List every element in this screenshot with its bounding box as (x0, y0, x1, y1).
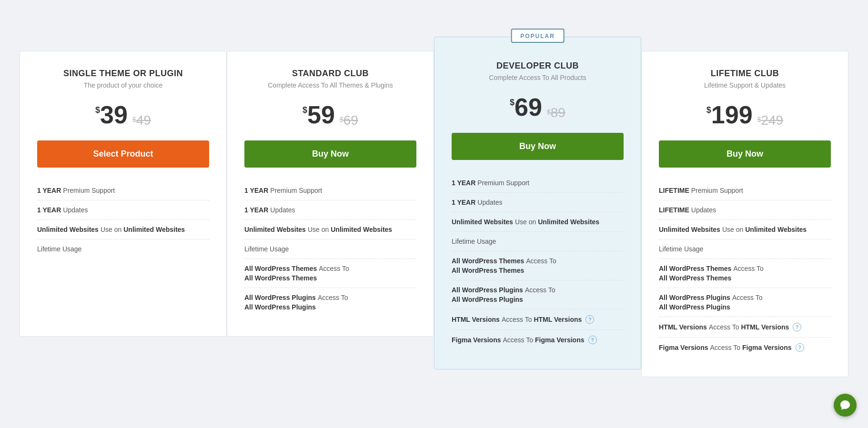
card-subtitle-standard: Complete Access To All Themes & Plugins (244, 81, 416, 89)
feature-bold-text-standard-2: Unlimited Websites (331, 226, 392, 233)
pricing-card-developer: POPULAR DEVELOPER CLUBComplete Access To… (434, 37, 641, 369)
feature-bold-lifetime-7: Figma Versions (659, 344, 708, 351)
feature-bold-text-developer-6: HTML Versions (534, 316, 582, 323)
feature-bold-standard-0: 1 YEAR (244, 187, 268, 194)
price-amount-lifetime: 199 (711, 102, 753, 127)
feature-item-standard-0: 1 YEAR Premium Support (244, 181, 416, 200)
feature-text-developer-0: Premium Support (477, 179, 529, 187)
feature-bold-text-lifetime-4: All WordPress Themes (659, 274, 731, 282)
feature-bold-single-0: 1 YEAR (37, 187, 61, 194)
card-subtitle-lifetime: Lifetime Support & Updates (659, 81, 831, 89)
price-current-standard: $ 59 (303, 102, 335, 127)
feature-text-developer-1: Updates (477, 199, 502, 206)
feature-bold-developer-6: HTML Versions (452, 316, 500, 323)
cta-button-standard[interactable]: Buy Now (244, 140, 416, 168)
feature-text-lifetime-1: Updates (691, 206, 716, 214)
feature-item-lifetime-1: LIFETIME Updates (659, 200, 831, 220)
popular-badge: POPULAR (511, 29, 565, 43)
cta-button-lifetime[interactable]: Buy Now (659, 140, 831, 168)
price-old-dollar-lifetime: $ (757, 116, 761, 124)
feature-item-developer-1: 1 YEAR Updates (452, 193, 624, 212)
card-title-lifetime: LIFETIME CLUB (659, 69, 831, 79)
feature-bold-text-developer-7: Figma Versions (535, 336, 584, 344)
feature-bold-developer-5: All WordPress Plugins (452, 286, 523, 294)
feature-item-developer-5: All WordPress PluginsAccess To All WordP… (452, 280, 624, 309)
feature-bold-standard-1: 1 YEAR (244, 206, 268, 214)
feature-prefix-lifetime-4: Access To (733, 265, 764, 272)
features-list-standard: 1 YEAR Premium Support1 YEAR UpdatesUnli… (244, 181, 416, 317)
feature-item-developer-0: 1 YEAR Premium Support (452, 173, 624, 193)
help-icon-developer-6[interactable]: ? (585, 315, 594, 324)
card-subtitle-developer: Complete Access To All Products (452, 74, 624, 81)
card-subtitle-single: The product of your choice (37, 81, 209, 89)
feature-bold-text-standard-4: All WordPress Themes (244, 274, 317, 282)
feature-bold-developer-4: All WordPress Themes (452, 257, 524, 265)
features-list-developer: 1 YEAR Premium Support1 YEAR UpdatesUnli… (452, 173, 624, 350)
price-amount-developer: 69 (515, 95, 542, 119)
feature-item-single-1: 1 YEAR Updates (37, 200, 209, 220)
feature-text-standard-3: Lifetime Usage (244, 245, 289, 253)
feature-text-lifetime-3: Lifetime Usage (659, 245, 703, 253)
feature-item-lifetime-6: HTML VersionsAccess To HTML Versions? (659, 317, 831, 338)
price-current-single: $ 39 (95, 102, 128, 127)
feature-item-developer-3: Lifetime Usage (452, 232, 624, 251)
feature-item-single-3: Lifetime Usage (37, 239, 209, 259)
price-row-standard: $ 59 $ 69 (244, 102, 416, 127)
price-dollar-developer: $ (510, 98, 515, 108)
price-old-amount-lifetime: 249 (761, 114, 783, 127)
feature-item-standard-3: Lifetime Usage (244, 239, 416, 259)
pricing-card-standard: STANDARD CLUBComplete Access To All Them… (227, 51, 434, 337)
price-old-single: $ 49 (132, 114, 151, 127)
feature-item-lifetime-0: LIFETIME Premium Support (659, 181, 831, 200)
feature-bold-lifetime-1: LIFETIME (659, 206, 689, 214)
features-list-single: 1 YEAR Premium Support1 YEAR UpdatesUnli… (37, 181, 209, 259)
pricing-card-single: SINGLE THEME OR PLUGINThe product of you… (20, 51, 227, 337)
price-row-developer: $ 69 $ 89 (452, 95, 624, 119)
feature-item-standard-1: 1 YEAR Updates (244, 200, 416, 220)
card-title-developer: DEVELOPER CLUB (452, 61, 624, 71)
feature-bold-text-developer-2: Unlimited Websites (538, 218, 599, 226)
price-row-single: $ 39 $ 49 (37, 102, 209, 127)
feature-bold-developer-1: 1 YEAR (452, 199, 475, 206)
feature-item-developer-6: HTML VersionsAccess To HTML Versions? (452, 309, 624, 330)
price-old-standard: $ 69 (340, 114, 358, 127)
feature-bold-standard-4: All WordPress Themes (244, 265, 317, 272)
feature-item-developer-4: All WordPress ThemesAccess To All WordPr… (452, 251, 624, 280)
feature-prefix-lifetime-5: Access To (732, 294, 763, 301)
feature-prefix-standard-2: Use on (308, 226, 329, 233)
price-old-lifetime: $ 249 (757, 114, 784, 127)
feature-bold-text-single-2: Unlimited Websites (123, 226, 185, 233)
feature-bold-single-1: 1 YEAR (37, 206, 61, 214)
help-icon-developer-7[interactable]: ? (588, 336, 597, 344)
card-title-standard: STANDARD CLUB (244, 69, 416, 79)
price-old-dollar-standard: $ (340, 116, 343, 124)
price-old-dollar-single: $ (132, 116, 136, 124)
feature-bold-text-standard-5: All WordPress Plugins (244, 303, 316, 311)
help-icon-lifetime-6[interactable]: ? (793, 323, 801, 331)
feature-bold-text-developer-5: All WordPress Plugins (452, 296, 523, 303)
feature-text-single-3: Lifetime Usage (37, 245, 81, 253)
feature-bold-standard-5: All WordPress Plugins (244, 294, 316, 301)
pricing-card-lifetime: LIFETIME CLUBLifetime Support & Updates … (641, 51, 848, 377)
feature-bold-developer-0: 1 YEAR (452, 179, 475, 187)
price-row-lifetime: $ 199 $ 249 (659, 102, 831, 127)
price-old-dollar-developer: $ (547, 108, 551, 116)
help-icon-lifetime-7[interactable]: ? (796, 343, 804, 352)
feature-bold-developer-7: Figma Versions (452, 336, 501, 344)
feature-bold-lifetime-0: LIFETIME (659, 187, 689, 194)
cta-button-single[interactable]: Select Product (37, 140, 209, 168)
price-old-developer: $ 89 (547, 106, 565, 119)
feature-bold-lifetime-2: Unlimited Websites (659, 226, 720, 233)
feature-prefix-lifetime-2: Use on (722, 226, 743, 233)
feature-prefix-developer-2: Use on (515, 218, 536, 226)
cta-button-developer[interactable]: Buy Now (452, 133, 624, 160)
price-old-amount-standard: 69 (343, 114, 358, 127)
feature-prefix-standard-5: Access To (318, 294, 348, 301)
feature-bold-developer-2: Unlimited Websites (452, 218, 513, 226)
feature-text-lifetime-0: Premium Support (691, 187, 743, 194)
feature-bold-single-2: Unlimited Websites (37, 226, 99, 233)
chat-widget[interactable] (834, 394, 857, 417)
feature-bold-text-developer-4: All WordPress Themes (452, 267, 524, 274)
pricing-section: SINGLE THEME OR PLUGINThe product of you… (20, 51, 848, 377)
feature-bold-text-lifetime-6: HTML Versions (741, 323, 789, 331)
